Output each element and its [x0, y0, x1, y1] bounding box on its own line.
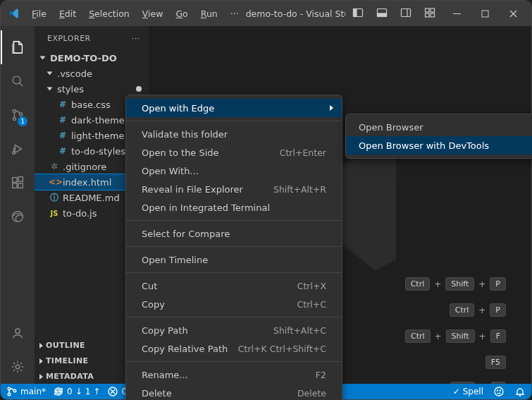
- spell-label: Spell: [463, 387, 483, 396]
- menu-view[interactable]: View: [137, 6, 169, 22]
- svg-rect-8: [426, 13, 430, 17]
- menu-label: Rename...: [142, 370, 188, 380]
- ctx-validate-folder[interactable]: Validate this folder: [126, 125, 342, 143]
- close-button[interactable]: [499, 1, 527, 26]
- ctx-open-with[interactable]: Open With...: [126, 162, 342, 180]
- menu-label: Copy: [142, 299, 165, 310]
- activity-explorer[interactable]: [1, 30, 35, 64]
- menu-more[interactable]: ···: [225, 6, 245, 22]
- svg-point-17: [13, 117, 16, 120]
- window-title: demo-to-do - Visual Studi...: [246, 8, 345, 19]
- toggle-panel-icon[interactable]: [376, 7, 388, 20]
- menu-separator: [126, 121, 342, 121]
- ctx-copy-path[interactable]: Copy PathShift+Alt+C: [126, 321, 342, 339]
- status-sync[interactable]: 0↓ 1↑: [53, 386, 100, 397]
- panel-label: TIMELINE: [46, 356, 88, 365]
- sync-down-count: 0: [67, 387, 73, 396]
- activity-search[interactable]: [1, 64, 35, 98]
- ctx-select-compare[interactable]: Select for Compare: [126, 224, 342, 243]
- chevron-right-icon: [36, 356, 46, 366]
- panel-label: OUTLINE: [46, 341, 85, 350]
- submenu-open-browser[interactable]: Open Browser: [346, 118, 532, 136]
- menu-selection[interactable]: Selection: [83, 6, 135, 22]
- menu-edit[interactable]: Edit: [54, 6, 82, 22]
- status-spell[interactable]: ✓ Spell: [453, 387, 483, 396]
- menu-label: Open Browser with DevTools: [359, 140, 489, 151]
- ctx-open-to-side[interactable]: Open to the SideCtrl+Enter: [126, 143, 342, 162]
- menu-file[interactable]: File: [26, 6, 52, 22]
- svg-rect-6: [426, 8, 430, 12]
- activity-extensions[interactable]: [1, 166, 35, 200]
- dirty-indicator-icon: [136, 86, 142, 92]
- activity-run-debug[interactable]: [1, 132, 35, 166]
- svg-point-28: [8, 387, 11, 390]
- svg-rect-24: [18, 177, 23, 181]
- svg-rect-22: [13, 183, 17, 188]
- toggle-primary-sidebar-icon[interactable]: [352, 7, 364, 20]
- ctx-open-timeline[interactable]: Open Timeline: [126, 250, 342, 269]
- svg-point-25: [13, 212, 23, 222]
- status-branch[interactable]: main*: [6, 386, 46, 397]
- menu-run[interactable]: Run: [195, 6, 223, 22]
- svg-rect-1: [354, 8, 357, 16]
- menu-label: Open to the Side: [142, 147, 219, 158]
- menu-separator: [126, 361, 342, 362]
- menu-label: Cut: [142, 281, 157, 291]
- js-file-icon: JS: [49, 210, 60, 217]
- ctx-open-with-edge[interactable]: Open with Edge: [126, 99, 342, 117]
- svg-point-20: [13, 152, 16, 154]
- status-bell-icon[interactable]: [514, 386, 526, 397]
- menu-go[interactable]: Go: [170, 6, 193, 22]
- explorer-more-icon[interactable]: ···: [132, 34, 140, 43]
- activity-settings[interactable]: [1, 350, 35, 384]
- activity-bar: 1: [1, 26, 35, 384]
- css-file-icon: #: [57, 146, 68, 156]
- menu-label: Reveal in File Explorer: [142, 184, 243, 195]
- ctx-rename[interactable]: Rename...F2: [126, 365, 342, 384]
- toggle-secondary-sidebar-icon[interactable]: [400, 7, 412, 20]
- activity-source-control[interactable]: 1: [1, 98, 35, 132]
- context-menu: Open with Edge Validate this folder Open…: [125, 95, 342, 400]
- svg-marker-19: [15, 145, 21, 153]
- html-file-icon: <>: [49, 177, 60, 187]
- menu-shortcut: Shift+Alt+R: [273, 184, 326, 195]
- svg-point-14: [13, 76, 20, 84]
- status-feedback-icon[interactable]: [493, 386, 505, 397]
- minimize-button[interactable]: [443, 1, 471, 26]
- activity-edge-tools[interactable]: [1, 200, 35, 234]
- menu-label: Open With...: [142, 166, 199, 176]
- menu-shortcut: F2: [316, 370, 326, 380]
- ctx-copy[interactable]: CopyCtrl+C: [126, 295, 342, 313]
- svg-point-36: [495, 387, 503, 396]
- submenu-open-browser-devtools[interactable]: Open Browser with DevTools: [346, 136, 532, 154]
- customize-layout-icon[interactable]: [424, 7, 435, 20]
- chevron-down-icon: [44, 68, 54, 78]
- titlebar: File Edit Selection View Go Run ··· demo…: [1, 1, 531, 26]
- tree-root[interactable]: DEMO-TO-DO: [35, 50, 149, 66]
- file-label: .gitignore: [63, 162, 106, 172]
- menu-shortcut: Ctrl+Enter: [280, 147, 326, 158]
- activity-account[interactable]: [1, 316, 35, 350]
- menu-label: Open Timeline: [142, 255, 208, 265]
- svg-rect-4: [402, 8, 411, 16]
- svg-rect-11: [482, 11, 488, 17]
- menu-separator: [126, 317, 342, 317]
- explorer-title: EXPLORER: [47, 34, 91, 43]
- ctx-reveal-explorer[interactable]: Reveal in File ExplorerShift+Alt+R: [126, 180, 342, 198]
- file-label: README.md: [63, 193, 120, 203]
- css-file-icon: #: [57, 99, 68, 109]
- hint-row: Ctrl+P: [450, 303, 506, 317]
- ctx-copy-relative-path[interactable]: Copy Relative PathCtrl+K Ctrl+Shift+C: [126, 339, 342, 358]
- ctx-delete[interactable]: DeleteDelete: [126, 384, 342, 400]
- svg-rect-7: [431, 8, 435, 12]
- maximize-button[interactable]: [471, 1, 499, 26]
- folder-vscode[interactable]: .vscode: [35, 66, 149, 81]
- ctx-cut[interactable]: CutCtrl+X: [126, 277, 342, 295]
- hint-row: Ctrl+Shift+P: [405, 277, 506, 291]
- file-label: index.html: [63, 177, 111, 188]
- branch-label: main*: [20, 387, 46, 396]
- menu-label: Open Browser: [359, 122, 423, 133]
- ctx-open-terminal[interactable]: Open in Integrated Terminal: [126, 198, 342, 217]
- gitignore-file-icon: ✲: [49, 162, 60, 171]
- hint-row: Ctrl+Shift+F: [405, 329, 506, 343]
